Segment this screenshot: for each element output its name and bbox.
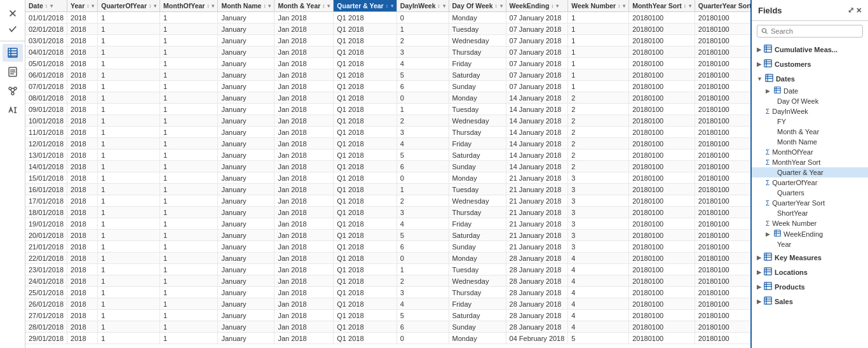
report-view-button[interactable] xyxy=(3,63,23,81)
dax-view-button[interactable] xyxy=(3,101,23,119)
table-row[interactable]: 08/01/2018201811JanuaryJan 2018Q1 20180M… xyxy=(25,92,750,104)
field-item-9[interactable]: ΣQuarterOfYear xyxy=(752,177,868,188)
table-row[interactable]: 14/01/2018201811JanuaryJan 2018Q1 20186S… xyxy=(25,161,750,172)
table-row[interactable]: 21/01/2018201811JanuaryJan 2018Q1 20186S… xyxy=(25,241,750,253)
column-header-quarterofyear[interactable]: QuarterOfYear↕▾ xyxy=(98,0,160,12)
field-item-15[interactable]: Year xyxy=(752,239,868,249)
cell-dayofweek: Wednesday xyxy=(449,115,506,127)
column-header-year[interactable]: Year↕▾ xyxy=(67,0,98,12)
model-view-button[interactable] xyxy=(3,82,23,100)
field-item-3[interactable]: FY xyxy=(752,116,868,127)
cell-monthyear: Jan 2018 xyxy=(275,241,334,253)
field-group-header-3[interactable]: ▶Key Measures xyxy=(752,251,868,264)
column-header-monthofyear[interactable]: MonthOfYear↕▾ xyxy=(160,0,218,12)
cell-monthname: January xyxy=(218,333,275,344)
data-table-container[interactable]: Date↕▾Year↕▾QuarterOfYear↕▾MonthOfYear↕▾… xyxy=(25,0,750,348)
field-group-header-2[interactable]: ▼Dates xyxy=(752,72,868,85)
table-row[interactable]: 20/01/2018201811JanuaryJan 2018Q1 20185S… xyxy=(25,230,750,241)
cell-monthofyear: 1 xyxy=(160,127,218,138)
cell-dayofweek: Saturday xyxy=(449,230,506,241)
cell-year: 2018 xyxy=(67,275,98,287)
table-row[interactable]: 19/01/2018201811JanuaryJan 2018Q1 20184F… xyxy=(25,218,750,230)
cell-quarteryear: Q1 2018 xyxy=(334,287,397,298)
cell-year: 2018 xyxy=(67,46,98,58)
field-item-0[interactable]: ▶Date xyxy=(752,85,868,96)
field-item-7[interactable]: ΣMonthYear Sort xyxy=(752,157,868,167)
table-row[interactable]: 28/01/2018201811JanuaryJan 2018Q1 20186S… xyxy=(25,321,750,333)
column-header-quarteryear[interactable]: Quarter & Year↕▾ xyxy=(334,0,397,12)
table-row[interactable]: 04/01/2018201811JanuaryJan 2018Q1 20183T… xyxy=(25,46,750,58)
column-header-quarteryearsort[interactable]: QuarterYear Sort↕▾ xyxy=(695,0,750,12)
column-header-dayinweek[interactable]: DayInWeek↕▾ xyxy=(397,0,449,12)
table-row[interactable]: 18/01/2018201811JanuaryJan 2018Q1 20183T… xyxy=(25,207,750,218)
table-row[interactable]: 06/01/2018201811JanuaryJan 2018Q1 20185S… xyxy=(25,69,750,81)
sigma-icon: Σ xyxy=(766,200,770,207)
svg-rect-51 xyxy=(764,297,771,304)
fields-search-input[interactable] xyxy=(771,27,858,35)
table-row[interactable]: 25/01/2018201811JanuaryJan 2018Q1 20183T… xyxy=(25,287,750,298)
field-item-2[interactable]: ΣDayInWeek xyxy=(752,106,868,116)
table-row[interactable]: 23/01/2018201811JanuaryJan 2018Q1 20181T… xyxy=(25,264,750,275)
field-item-14[interactable]: ▶WeekEnding xyxy=(752,228,868,239)
field-item-8[interactable]: Quarter & Year xyxy=(752,167,868,177)
column-header-monthname[interactable]: Month Name↕▾ xyxy=(218,0,275,12)
table-row[interactable]: 05/01/2018201811JanuaryJan 2018Q1 20184F… xyxy=(25,58,750,69)
field-item-5[interactable]: Month Name xyxy=(752,137,868,147)
field-item-11[interactable]: ΣQuarterYear Sort xyxy=(752,198,868,208)
table-row[interactable]: 13/01/2018201811JanuaryJan 2018Q1 20185S… xyxy=(25,150,750,161)
table-row[interactable]: 07/01/2018201811JanuaryJan 2018Q1 20186S… xyxy=(25,81,750,92)
close-button[interactable] xyxy=(6,6,20,20)
table-row[interactable]: 17/01/2018201811JanuaryJan 2018Q1 20182W… xyxy=(25,195,750,207)
column-header-monthyearsort[interactable]: MonthYear Sort↕▾ xyxy=(629,0,695,12)
column-header-dayofweek[interactable]: Day Of Week↕▾ xyxy=(449,0,506,12)
table-row[interactable]: 24/01/2018201811JanuaryJan 2018Q1 20182W… xyxy=(25,275,750,287)
field-item-6[interactable]: ΣMonthOfYear xyxy=(752,147,868,157)
svg-rect-31 xyxy=(775,87,781,94)
field-group-label: Cumulative Meas... xyxy=(775,46,837,53)
table-row[interactable]: 16/01/2018201811JanuaryJan 2018Q1 20181T… xyxy=(25,184,750,195)
field-item-12[interactable]: ShortYear xyxy=(752,208,868,218)
fields-search-box[interactable] xyxy=(757,25,863,38)
cell-monthyearsort: 20180100 xyxy=(629,275,695,287)
table-row[interactable]: 26/01/2018201811JanuaryJan 2018Q1 20184F… xyxy=(25,298,750,310)
field-group-header-4[interactable]: ▶Locations xyxy=(752,265,868,279)
table-row[interactable]: 11/01/2018201811JanuaryJan 2018Q1 20183T… xyxy=(25,127,750,138)
column-header-monthyear[interactable]: Month & Year↕▾ xyxy=(275,0,334,12)
column-header-date[interactable]: Date↕▾ xyxy=(25,0,67,12)
table-row[interactable]: 29/01/2018201811JanuaryJan 2018Q1 20180M… xyxy=(25,333,750,344)
field-group-header-6[interactable]: ▶Sales xyxy=(752,295,868,308)
expand-icon[interactable]: ⤢ xyxy=(848,6,854,15)
table-row[interactable]: 03/01/2018201811JanuaryJan 2018Q1 20182W… xyxy=(25,35,750,46)
cell-quarteryear: Q1 2018 xyxy=(334,275,397,287)
table-view-button[interactable] xyxy=(3,44,23,62)
column-label: WeekEnding xyxy=(510,2,550,10)
field-item-13[interactable]: ΣWeek Number xyxy=(752,218,868,228)
column-header-weeknumber[interactable]: Week Number↕▾ xyxy=(568,0,629,12)
field-item-4[interactable]: Month & Year xyxy=(752,127,868,137)
cell-dayofweek: Friday xyxy=(449,298,506,310)
close-fields-icon[interactable]: × xyxy=(857,5,862,15)
confirm-button[interactable] xyxy=(6,22,20,36)
cell-quarteryear: Q1 2018 xyxy=(334,24,397,35)
table-row[interactable]: 09/01/2018201811JanuaryJan 2018Q1 20181T… xyxy=(25,104,750,115)
field-group-header-1[interactable]: ▶Customers xyxy=(752,57,868,71)
field-group-header-5[interactable]: ▶Products xyxy=(752,280,868,293)
table-row[interactable]: 27/01/2018201811JanuaryJan 2018Q1 20185S… xyxy=(25,310,750,321)
cell-dayofweek: Wednesday xyxy=(449,195,506,207)
table-row[interactable]: 12/01/2018201811JanuaryJan 2018Q1 20184F… xyxy=(25,138,750,150)
field-group-label: Sales xyxy=(775,298,793,305)
field-group-header-0[interactable]: ▶Cumulative Meas... xyxy=(752,43,868,56)
cell-monthname: January xyxy=(218,207,275,218)
table-row[interactable]: 01/01/2018201811JanuaryJan 2018Q1 20180M… xyxy=(25,12,750,24)
table-row[interactable]: 10/01/2018201811JanuaryJan 2018Q1 20182W… xyxy=(25,115,750,127)
column-header-weekending[interactable]: WeekEnding↕▾ xyxy=(506,0,568,12)
field-item-1[interactable]: Day Of Week xyxy=(752,96,868,106)
table-row[interactable]: 02/01/2018201811JanuaryJan 2018Q1 20181T… xyxy=(25,24,750,35)
field-item-10[interactable]: Quarters xyxy=(752,188,868,198)
cell-quarteryearsort: 20180100 xyxy=(695,46,750,58)
field-group-label: Key Measures xyxy=(775,254,822,261)
cell-dayinweek: 3 xyxy=(397,46,449,58)
table-row[interactable]: 15/01/2018201811JanuaryJan 2018Q1 20180M… xyxy=(25,172,750,184)
cell-quarteryear: Q1 2018 xyxy=(334,115,397,127)
table-row[interactable]: 22/01/2018201811JanuaryJan 2018Q1 20180M… xyxy=(25,253,750,264)
